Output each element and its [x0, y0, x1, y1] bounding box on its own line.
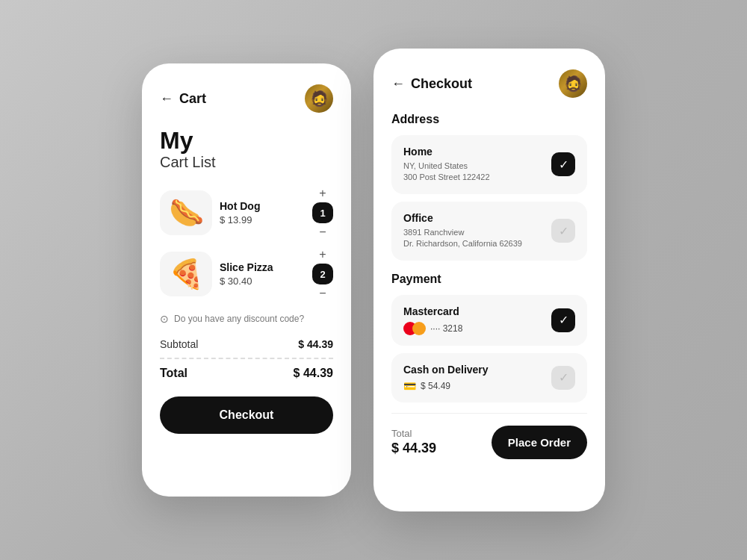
address-home[interactable]: Home NY, United States 300 Post Street 1…	[391, 135, 587, 194]
pizza-price: $ 30.40	[220, 276, 305, 287]
pizza-increment[interactable]: +	[316, 249, 329, 261]
checkout-title: Checkout	[411, 76, 472, 92]
home-address-info: Home NY, United States 300 Post Street 1…	[403, 146, 490, 184]
total-label: Total	[160, 367, 187, 380]
footer-total-label: Total	[391, 428, 436, 439]
pizza-qty: 2	[312, 264, 333, 284]
mc-orange-circle	[412, 322, 426, 335]
discount-row[interactable]: ⊙ Do you have any discount code?	[160, 313, 333, 325]
cart-title-sub: Cart List	[160, 154, 333, 171]
cash-title: Cash on Delivery	[403, 364, 489, 376]
checkout-back-arrow[interactable]: ←	[391, 76, 405, 92]
cart-title-my: My	[160, 128, 333, 154]
total-row: Total $ 44.39	[160, 367, 333, 380]
office-title: Office	[403, 212, 522, 224]
mastercard-detail: ···· 3218	[403, 322, 462, 335]
office-address-info: Office 3891 Ranchview Dr. Richardson, Ca…	[403, 212, 522, 250]
cash-check: ✓	[551, 366, 575, 390]
pizza-emoji: 🍕	[160, 252, 212, 296]
home-line1: NY, United States	[403, 161, 490, 172]
pizza-name: Slice Pizza	[220, 261, 305, 273]
mastercard-info: Mastercard ···· 3218	[403, 305, 462, 335]
mastercard-title: Mastercard	[403, 305, 462, 317]
home-line2: 300 Post Street 122422	[403, 172, 490, 183]
cash-detail: 💳 $ 54.49	[403, 380, 489, 392]
checkout-footer: Total $ 44.39 Place Order	[391, 413, 587, 459]
hotdog-info: Hot Dog $ 13.99	[220, 200, 305, 225]
office-line2: Dr. Richardson, California 62639	[403, 238, 522, 249]
cart-avatar[interactable]: 🧔	[305, 84, 333, 113]
pizza-decrement[interactable]: −	[316, 287, 329, 299]
hotdog-emoji: 🌭	[160, 190, 212, 235]
home-title: Home	[403, 146, 490, 158]
office-check: ✓	[551, 219, 575, 243]
mastercard-logo	[403, 322, 426, 335]
cart-page-title: My Cart List	[160, 128, 333, 171]
cash-amount: $ 54.49	[421, 381, 450, 391]
office-line1: 3891 Ranchview	[403, 227, 522, 238]
hotdog-name: Hot Dog	[220, 200, 305, 212]
subtotal-label: Subtotal	[160, 338, 198, 350]
payment-section: Payment Mastercard ···· 3218 ✓ Cash on D…	[391, 273, 587, 402]
wallet-icon: 💳	[403, 380, 416, 392]
payment-cash[interactable]: Cash on Delivery 💳 $ 54.49 ✓	[391, 353, 587, 402]
checkout-panel: ← Checkout 🧔 Address Home NY, United Sta…	[374, 49, 605, 511]
hotdog-qty-control: + 1 −	[312, 187, 333, 238]
payment-section-label: Payment	[391, 273, 587, 286]
cart-panel: ← Cart 🧔 My Cart List 🌭 Hot Dog $ 13.99 …	[142, 63, 351, 497]
place-order-button[interactable]: Place Order	[492, 426, 587, 459]
cart-header-left: ← Cart	[160, 91, 206, 107]
subtotal-value: $ 44.39	[298, 338, 333, 350]
discount-text: Do you have any discount code?	[174, 314, 304, 324]
address-office[interactable]: Office 3891 Ranchview Dr. Richardson, Ca…	[391, 202, 587, 261]
cash-info: Cash on Delivery 💳 $ 54.49	[403, 364, 489, 392]
discount-icon: ⊙	[160, 313, 169, 325]
home-check: ✓	[551, 152, 575, 176]
payment-mastercard[interactable]: Mastercard ···· 3218 ✓	[391, 295, 587, 346]
cart-header: ← Cart 🧔	[160, 84, 333, 113]
cart-title: Cart	[179, 91, 206, 107]
checkout-header-left: ← Checkout	[391, 76, 472, 92]
pizza-info: Slice Pizza $ 30.40	[220, 261, 305, 287]
hotdog-qty: 1	[312, 202, 333, 223]
address-section-label: Address	[391, 113, 587, 126]
pizza-qty-control: + 2 −	[312, 249, 333, 299]
hotdog-price: $ 13.99	[220, 214, 305, 225]
cart-item-pizza: 🍕 Slice Pizza $ 30.40 + 2 −	[160, 249, 333, 299]
mastercard-check: ✓	[551, 308, 575, 332]
cart-back-arrow[interactable]: ←	[160, 91, 173, 107]
checkout-avatar[interactable]: 🧔	[559, 69, 587, 98]
subtotal-row: Subtotal $ 44.39	[160, 338, 333, 350]
cart-divider	[160, 358, 333, 359]
checkout-button[interactable]: Checkout	[160, 396, 333, 434]
checkout-header: ← Checkout 🧔	[391, 69, 587, 98]
cart-item-hotdog: 🌭 Hot Dog $ 13.99 + 1 −	[160, 187, 333, 238]
total-value: $ 44.39	[294, 367, 333, 380]
hotdog-increment[interactable]: +	[316, 187, 329, 199]
footer-total-value: $ 44.39	[391, 441, 436, 456]
address-section: Address Home NY, United States 300 Post …	[391, 113, 587, 261]
mastercard-number: ···· 3218	[430, 323, 462, 334]
hotdog-decrement[interactable]: −	[316, 226, 329, 238]
footer-total: Total $ 44.39	[391, 428, 436, 456]
